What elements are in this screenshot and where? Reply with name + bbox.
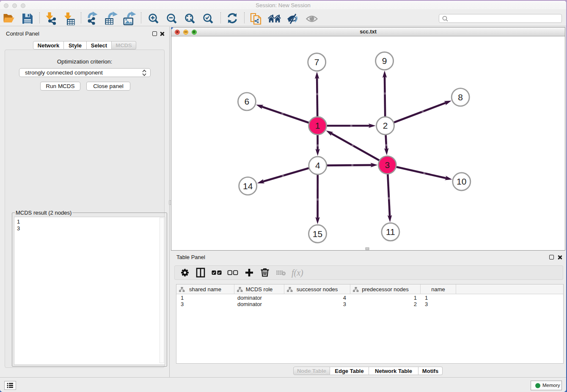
svg-text:11: 11 (386, 227, 395, 237)
svg-text:8: 8 (458, 92, 463, 102)
svg-text:14: 14 (243, 181, 253, 191)
svg-text:6: 6 (245, 97, 250, 106)
svg-text:2: 2 (383, 121, 388, 130)
svg-text:15: 15 (313, 229, 322, 239)
svg-text:f(x): f(x) (292, 268, 303, 278)
svg-text:1: 1 (315, 121, 320, 130)
svg-text:4: 4 (315, 160, 320, 170)
svg-text:10: 10 (457, 177, 466, 186)
svg-text:3: 3 (385, 160, 390, 170)
svg-text:9: 9 (382, 56, 387, 66)
svg-text:7: 7 (314, 57, 319, 67)
